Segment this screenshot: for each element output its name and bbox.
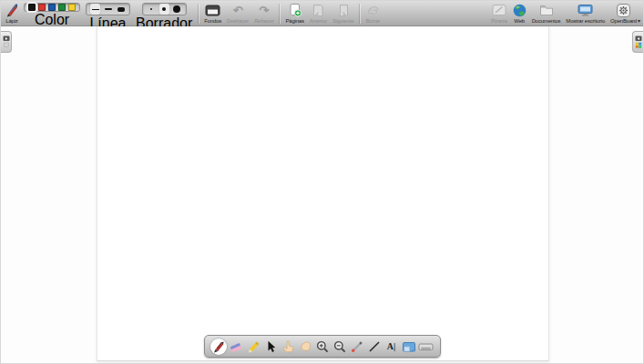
pen-tool-label: Lápiz [5,17,17,25]
next-page-label: Siguiente [332,17,353,25]
capture-icon [402,339,416,354]
toolbar-overflow-caret-icon[interactable]: ▾ [638,17,640,24]
eraser-medium-button[interactable] [159,4,169,15]
eraser-large-icon [173,5,180,13]
board-mode-label: Pizarra [491,17,507,25]
color-swatch-black[interactable] [28,4,36,11]
line-bold-icon [118,7,125,12]
library-expand-icon [635,35,642,48]
zoom-out-icon [332,339,347,354]
board-canvas[interactable]: A| [1,26,643,363]
web-label: Web [514,17,525,25]
pen-tool-button[interactable]: Lápiz [3,2,21,25]
stylus-toolbar: A| [204,335,441,358]
line-tool-icon [367,339,382,354]
library-flap[interactable] [632,31,643,53]
openboard-window: { "app": {"title": "OpenBoard"}, "colors… [0,0,644,364]
redo-icon: ↷ [259,3,269,17]
pointing-hand-icon [281,339,295,354]
openboard-settings-button[interactable]: OpenBoard [608,2,639,25]
stylus-capture-button[interactable] [401,339,417,355]
documents-button[interactable]: Documentos [529,2,564,25]
line-medium-icon [105,8,112,11]
stylus-pan-button[interactable] [297,339,313,355]
previous-page-button[interactable]: Anterior [307,2,330,25]
eraser-small-icon [150,8,153,11]
stylus-text-button[interactable]: A| [383,339,400,355]
eraser-size-group: Borrador [133,2,195,25]
redo-button[interactable]: ↷ Rehacer [251,2,276,25]
toolbar-separator [359,4,360,24]
stylus-laser-pointer-button[interactable] [349,339,365,355]
show-desktop-button[interactable]: Mostrar escritorio [563,2,608,25]
show-desktop-label: Mostrar escritorio [566,17,605,25]
previous-page-icon [312,3,324,17]
new-page-icon [288,3,302,17]
stylus-highlighter-button[interactable] [245,339,261,355]
line-fine-icon [92,9,99,10]
whiteboard-page[interactable] [97,26,549,361]
redo-label: Rehacer [254,17,273,25]
openboard-settings-label: OpenBoard [610,17,637,25]
undo-icon: ↶ [233,3,243,17]
backgrounds-label: Fondos [204,17,221,25]
backgrounds-icon [205,3,220,17]
next-page-icon [337,3,350,17]
eraser-large-button[interactable] [172,4,182,15]
previous-page-label: Anterior [310,17,327,25]
show-desktop-icon [578,3,593,17]
next-page-button[interactable]: Siguiente [330,2,356,25]
eraser-medium-icon [162,7,167,12]
color-swatch-red[interactable] [38,4,46,11]
gear-icon [617,3,630,17]
clear-page-label: Borrar [366,17,380,25]
zoom-in-icon [315,339,330,354]
eraser-size-box [142,3,187,15]
backgrounds-button[interactable]: Fondos [201,2,224,25]
line-width-bold-button[interactable] [116,4,126,15]
color-swatch-box [24,3,80,12]
color-swatch-blue[interactable] [48,4,56,11]
pages-button[interactable]: Páginas [282,2,306,25]
color-group: Color [21,2,83,25]
text-tool-icon: A| [387,341,395,351]
line-width-medium-button[interactable] [103,4,113,15]
page-navigator-expand-icon [3,35,10,48]
board-mode-icon [492,3,506,17]
color-swatch-yellow[interactable] [68,4,76,11]
stylus-highlighter-icon [246,339,261,354]
web-button[interactable]: Web [510,2,529,25]
documents-folder-icon [539,3,554,17]
clear-page-button[interactable]: Borrar [363,2,383,25]
stylus-pen-icon [211,339,226,354]
toolbar-spacer [383,2,488,25]
clear-page-icon [365,3,380,17]
toolbar-separator [279,4,280,24]
stylus-keyboard-button[interactable] [418,339,434,355]
line-width-group: Línea [83,2,133,25]
toolbar-separator [198,4,199,24]
color-swatch-green[interactable] [58,4,66,11]
eraser-small-button[interactable] [147,4,157,15]
stylus-zoom-in-button[interactable] [314,339,331,355]
stylus-line-button[interactable] [366,339,383,355]
stylus-zoom-out-button[interactable] [332,339,348,355]
line-width-fine-button[interactable] [90,4,100,15]
pan-hand-icon [298,339,312,354]
stylus-pen-button[interactable] [210,339,227,355]
stylus-eraser-button[interactable] [228,339,244,355]
pen-icon [5,3,18,17]
selector-arrow-icon [263,339,278,354]
page-navigator-flap[interactable] [1,31,12,53]
virtual-keyboard-icon [418,339,434,354]
undo-button[interactable]: ↶ Deshacer [224,2,251,25]
board-mode-button[interactable]: Pizarra [488,2,510,25]
stylus-eraser-icon [229,339,243,354]
main-toolbar: Lápiz Color Línea Borrador [1,1,643,26]
undo-label: Deshacer [227,17,249,25]
web-globe-icon [513,3,526,17]
pages-label: Páginas [285,17,303,25]
stylus-interact-button[interactable] [280,339,296,355]
stylus-selector-button[interactable] [262,339,279,355]
documents-label: Documentos [532,17,561,25]
